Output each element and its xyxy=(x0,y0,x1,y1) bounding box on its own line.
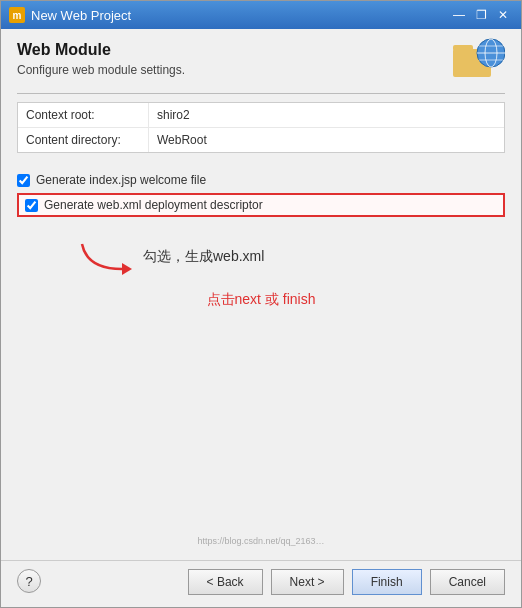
bottom-note: 点击next 或 finish xyxy=(17,275,505,325)
title-bar-left: m New Web Project xyxy=(9,7,131,23)
title-bar-controls: — ❐ ✕ xyxy=(449,6,513,24)
section-title: Web Module xyxy=(17,41,185,59)
section-header-text: Web Module Configure web module settings… xyxy=(17,41,185,77)
index-jsp-checkbox[interactable] xyxy=(17,174,30,187)
back-button[interactable]: < Back xyxy=(188,569,263,595)
content-dir-value: WebRoot xyxy=(148,128,504,152)
webxml-label: Generate web.xml deployment descriptor xyxy=(44,198,263,212)
cancel-button[interactable]: Cancel xyxy=(430,569,505,595)
world-icon xyxy=(453,37,505,81)
annotation-area: 勾选，生成web.xml 点击next 或 finish xyxy=(17,219,505,536)
help-button[interactable]: ? xyxy=(17,569,41,593)
context-root-value: shiro2 xyxy=(148,103,504,127)
section-header: Web Module Configure web module settings… xyxy=(17,41,505,85)
context-root-row: Context root: shiro2 xyxy=(18,103,504,128)
index-jsp-label: Generate index.jsp welcome file xyxy=(36,173,206,187)
button-bar: ? < Back Next > Finish Cancel xyxy=(1,560,521,607)
minimize-button[interactable]: — xyxy=(449,6,469,24)
context-root-label: Context root: xyxy=(18,103,148,127)
svg-marker-7 xyxy=(122,263,132,275)
content-dir-label: Content directory: xyxy=(18,128,148,152)
svg-rect-1 xyxy=(453,45,473,51)
title-bar: m New Web Project — ❐ ✕ xyxy=(1,1,521,29)
section-divider xyxy=(17,93,505,94)
close-button[interactable]: ✕ xyxy=(493,6,513,24)
main-window: m New Web Project — ❐ ✕ Web Module Confi… xyxy=(0,0,522,608)
watermark: https://blog.csdn.net/qq_2163… xyxy=(17,536,505,546)
app-icon: m xyxy=(9,7,25,23)
arrow-annotation: 勾选，生成web.xml xyxy=(77,239,264,275)
restore-button[interactable]: ❐ xyxy=(471,6,491,24)
window-title: New Web Project xyxy=(31,8,131,23)
content-dir-row: Content directory: WebRoot xyxy=(18,128,504,152)
webxml-checkbox[interactable] xyxy=(25,199,38,212)
finish-button[interactable]: Finish xyxy=(352,569,422,595)
index-jsp-row: Generate index.jsp welcome file xyxy=(17,169,505,191)
section-subtitle: Configure web module settings. xyxy=(17,63,185,77)
form-section: Context root: shiro2 Content directory: … xyxy=(17,102,505,153)
annotation-text: 勾选，生成web.xml xyxy=(143,248,264,266)
window-content: Web Module Configure web module settings… xyxy=(1,29,521,560)
next-button[interactable]: Next > xyxy=(271,569,344,595)
webxml-row: Generate web.xml deployment descriptor xyxy=(17,193,505,217)
checkbox-section: Generate index.jsp welcome file Generate… xyxy=(17,169,505,219)
arrow-icon xyxy=(77,239,137,275)
